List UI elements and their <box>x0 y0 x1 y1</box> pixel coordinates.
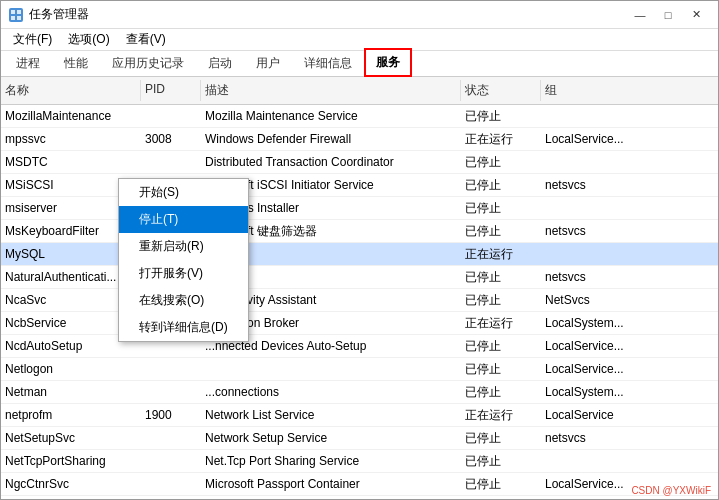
table-row[interactable]: MySQL7402MySQL正在运行 <box>1 243 718 266</box>
table-cell <box>201 358 461 380</box>
table-row[interactable]: MSDTCDistributed Transaction Coordinator… <box>1 151 718 174</box>
tab-startup[interactable]: 启动 <box>197 50 243 76</box>
title-bar-left: 任务管理器 <box>9 6 89 23</box>
table-cell: 正在运行 <box>461 312 541 334</box>
table-cell: 3008 <box>141 128 201 150</box>
table-cell: Net.Tcp Port Sharing Service <box>201 450 461 472</box>
table-cell: LocalSystem... <box>541 496 641 499</box>
tab-app-history[interactable]: 应用历史记录 <box>101 50 195 76</box>
table-cell: LocalSystem... <box>541 312 641 334</box>
table-cell: LocalService... <box>541 128 641 150</box>
table-cell: 已停止 <box>461 151 541 173</box>
table-cell: Netlogon <box>1 358 141 380</box>
table-cell <box>141 151 201 173</box>
menu-options[interactable]: 选项(O) <box>60 29 117 50</box>
table-cell: NetTcpPortSharing <box>1 450 141 472</box>
menu-view[interactable]: 查看(V) <box>118 29 174 50</box>
title-bar-controls: — □ ✕ <box>626 5 710 25</box>
table-row[interactable]: netprofm1900Network List Service正在运行Loca… <box>1 404 718 427</box>
tab-services[interactable]: 服务 <box>365 49 411 76</box>
table-row[interactable]: Netman...connections已停止LocalSystem... <box>1 381 718 404</box>
table-cell: netsvcs <box>541 174 641 196</box>
table-cell <box>541 151 641 173</box>
table-cell: 正在运行 <box>461 243 541 265</box>
context-menu-item-search[interactable]: 在线搜索(O) <box>119 287 248 314</box>
header-name[interactable]: 名称 <box>1 80 141 101</box>
table-row[interactable]: NgcCtnrSvcMicrosoft Passport Container已停… <box>1 473 718 496</box>
svg-rect-0 <box>11 10 15 14</box>
table-row[interactable]: mpssvc3008Windows Defender Firewall正在运行L… <box>1 128 718 151</box>
header-desc[interactable]: 描述 <box>201 80 461 101</box>
table-row[interactable]: NgcSvcMicrosoft Passport已停止LocalSystem..… <box>1 496 718 499</box>
table-cell: 已停止 <box>461 335 541 357</box>
tab-performance[interactable]: 性能 <box>53 50 99 76</box>
table-cell: 已停止 <box>461 427 541 449</box>
table-cell: Microsoft Passport <box>201 496 461 499</box>
table-row[interactable]: NcbService...nnection Broker正在运行LocalSys… <box>1 312 718 335</box>
svg-rect-3 <box>17 16 21 20</box>
table-cell <box>141 473 201 495</box>
table-cell: netsvcs <box>541 220 641 242</box>
table-cell <box>141 450 201 472</box>
table-cell <box>141 381 201 403</box>
table-cell: 已停止 <box>461 197 541 219</box>
table-cell: 已停止 <box>461 289 541 311</box>
table-cell <box>541 197 641 219</box>
table-cell <box>141 496 201 499</box>
header-group[interactable]: 组 <box>541 80 641 101</box>
close-button[interactable]: ✕ <box>682 5 710 25</box>
table-row[interactable]: msiserverWindows Installer已停止 <box>1 197 718 220</box>
table-cell: 1900 <box>141 404 201 426</box>
table-cell: netsvcs <box>541 427 641 449</box>
context-menu-item-details[interactable]: 转到详细信息(D) <box>119 314 248 341</box>
table-row[interactable]: Netlogon已停止LocalService... <box>1 358 718 381</box>
tabs-bar: 进程 性能 应用历史记录 启动 用户 详细信息 服务 <box>1 51 718 77</box>
header-status[interactable]: 状态 <box>461 80 541 101</box>
table-row[interactable]: NcdAutoSetup...nnected Devices Auto-Setu… <box>1 335 718 358</box>
table-cell: Microsoft Passport Container <box>201 473 461 495</box>
table-row[interactable]: NetTcpPortSharingNet.Tcp Port Sharing Se… <box>1 450 718 473</box>
table-row[interactable]: MsKeyboardFilterMicrosoft 键盘筛选器已停止netsvc… <box>1 220 718 243</box>
table-cell: netprofm <box>1 404 141 426</box>
table-cell: 已停止 <box>461 266 541 288</box>
table-row[interactable]: NetSetupSvcNetwork Setup Service已停止netsv… <box>1 427 718 450</box>
menu-file[interactable]: 文件(F) <box>5 29 60 50</box>
table-cell <box>541 450 641 472</box>
maximize-button[interactable]: □ <box>654 5 682 25</box>
table-cell <box>141 105 201 127</box>
table-cell: Mozilla Maintenance Service <box>201 105 461 127</box>
table-cell: NetSvcs <box>541 289 641 311</box>
svg-rect-1 <box>17 10 21 14</box>
context-menu-item-restart[interactable]: 重新启动(R) <box>119 233 248 260</box>
tab-process[interactable]: 进程 <box>5 50 51 76</box>
context-menu: 开始(S)停止(T)重新启动(R)打开服务(V)在线搜索(O)转到详细信息(D) <box>118 178 249 342</box>
context-menu-item-start[interactable]: 开始(S) <box>119 179 248 206</box>
table-cell: LocalService... <box>541 335 641 357</box>
table-cell: NgcCtnrSvc <box>1 473 141 495</box>
table-row[interactable]: NcaSvc...nnectivity Assistant已停止NetSvcs <box>1 289 718 312</box>
tab-users[interactable]: 用户 <box>245 50 291 76</box>
table-row[interactable]: NaturalAuthenticati...已停止netsvcs <box>1 266 718 289</box>
header-pid[interactable]: PID <box>141 80 201 101</box>
table-cell: LocalSystem... <box>541 381 641 403</box>
minimize-button[interactable]: — <box>626 5 654 25</box>
tab-details[interactable]: 详细信息 <box>293 50 363 76</box>
table-cell: MSDTC <box>1 151 141 173</box>
table-row[interactable]: MSiSCSIMicrosoft iSCSI Initiator Service… <box>1 174 718 197</box>
table-cell: LocalService... <box>541 473 641 495</box>
svg-rect-2 <box>11 16 15 20</box>
context-menu-item-open[interactable]: 打开服务(V) <box>119 260 248 287</box>
table-row[interactable]: MozillaMaintenanceMozilla Maintenance Se… <box>1 105 718 128</box>
table-cell: LocalService <box>541 404 641 426</box>
menu-bar: 文件(F) 选项(O) 查看(V) <box>1 29 718 51</box>
table-cell: 已停止 <box>461 473 541 495</box>
table-cell: Windows Defender Firewall <box>201 128 461 150</box>
table-cell: 已停止 <box>461 105 541 127</box>
table-cell: NetSetupSvc <box>1 427 141 449</box>
table-cell <box>541 243 641 265</box>
table-cell: 已停止 <box>461 358 541 380</box>
table-cell: LocalService... <box>541 358 641 380</box>
context-menu-item-stop[interactable]: 停止(T) <box>119 206 248 233</box>
window-title: 任务管理器 <box>29 6 89 23</box>
table-cell: 正在运行 <box>461 128 541 150</box>
